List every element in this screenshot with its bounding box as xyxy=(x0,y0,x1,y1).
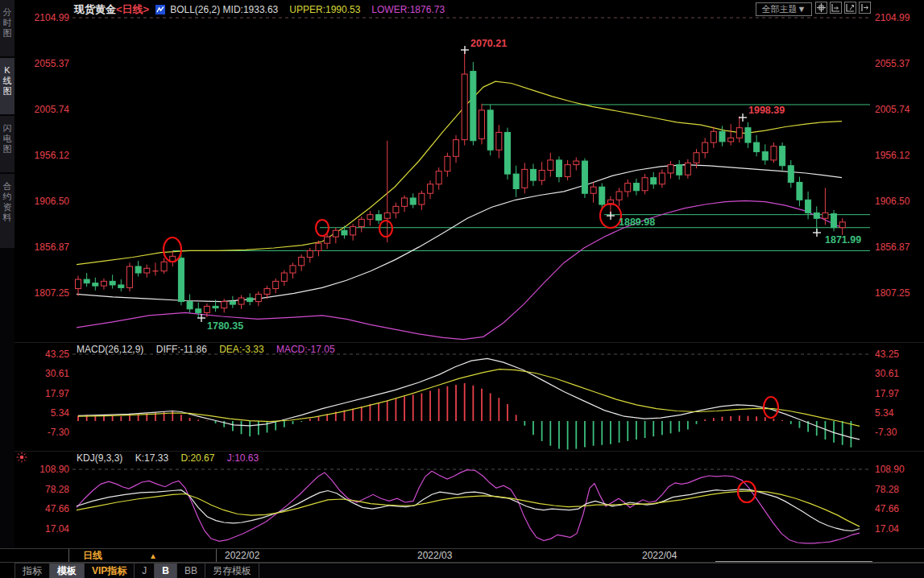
svg-text:-7.30: -7.30 xyxy=(875,427,897,438)
scroll-indicator[interactable] xyxy=(715,561,872,562)
zoom-x-axis-icon[interactable] xyxy=(830,2,842,14)
svg-text:108.90: 108.90 xyxy=(875,464,905,475)
chart-header: 现货黄金<日线> BOLL(26,2) MID:1933.63 UPPER:19… xyxy=(74,3,445,16)
svg-text:2055.37: 2055.37 xyxy=(875,58,910,69)
svg-text:2070.21: 2070.21 xyxy=(470,38,507,49)
chevron-down-icon: ▼ xyxy=(798,4,806,14)
sidebar-item-kline-chart[interactable]: K线图 xyxy=(0,58,15,114)
period-selector[interactable]: 日线▲ xyxy=(68,549,217,562)
svg-text:43.25: 43.25 xyxy=(875,349,899,360)
svg-text:2104.99: 2104.99 xyxy=(35,12,70,23)
sidebar-item-lightning-chart[interactable]: 闪电图 xyxy=(0,116,15,172)
svg-text:78.28: 78.28 xyxy=(875,484,899,495)
boll-indicator-label: BOLL(26,2) MID:1933.63 xyxy=(170,4,278,15)
svg-text:1956.12: 1956.12 xyxy=(35,150,70,161)
svg-text:1956.12: 1956.12 xyxy=(875,150,910,161)
macd-macd-value: MACD:-17.05 xyxy=(276,344,335,355)
svg-text:47.66: 47.66 xyxy=(875,503,899,514)
svg-text:43.25: 43.25 xyxy=(45,349,69,360)
svg-text:78.28: 78.28 xyxy=(45,484,69,495)
indicator-icon[interactable] xyxy=(155,5,165,14)
svg-text:47.66: 47.66 xyxy=(45,503,69,514)
triangle-up-icon: ▲ xyxy=(149,551,157,560)
svg-text:2055.37: 2055.37 xyxy=(35,58,70,69)
boll-lower-label: LOWER:1876.73 xyxy=(371,4,445,15)
svg-text:5.34: 5.34 xyxy=(51,407,70,419)
svg-text:17.04: 17.04 xyxy=(45,523,69,535)
sidebar-item-contract-info[interactable]: 合约资料 xyxy=(0,174,15,248)
svg-text:1906.50: 1906.50 xyxy=(875,196,910,207)
timeline-row: 日线▲ 2022/02 2022/03 2022/04 xyxy=(0,548,924,563)
x-axis-label: 2022/04 xyxy=(642,550,677,561)
zoom-y-axis-icon[interactable] xyxy=(844,2,856,14)
svg-text:1871.99: 1871.99 xyxy=(825,234,861,246)
svg-text:108.90: 108.90 xyxy=(39,464,69,475)
svg-text:5.34: 5.34 xyxy=(875,407,894,419)
period-tag: <日线> xyxy=(116,2,149,17)
macd-pane-header: MACD(26,12,9) DIFF:-11.86 DEA:-3.33 MACD… xyxy=(77,344,345,355)
kdj-k-value: K:17.33 xyxy=(135,452,168,464)
svg-text:17.97: 17.97 xyxy=(875,388,899,399)
pan-right-icon[interactable] xyxy=(859,2,871,14)
svg-text:30.61: 30.61 xyxy=(875,368,899,379)
x-axis-label: 2022/03 xyxy=(417,550,452,561)
tab-j[interactable]: J xyxy=(135,564,155,578)
svg-text:1780.35: 1780.35 xyxy=(207,320,243,332)
kdj-pane-header: KDJ(9,3,3) K:17.33 D:20.67 J:10.63 xyxy=(77,452,268,464)
svg-text:2005.74: 2005.74 xyxy=(875,104,910,115)
svg-text:30.61: 30.61 xyxy=(45,368,69,379)
svg-text:17.04: 17.04 xyxy=(875,523,899,535)
tab-indicators[interactable]: 指标 xyxy=(15,564,50,578)
tab-template[interactable]: 模板 xyxy=(50,564,85,578)
macd-params: MACD(26,12,9) xyxy=(77,344,143,355)
tab-b[interactable]: B xyxy=(155,564,177,578)
svg-text:1906.50: 1906.50 xyxy=(35,196,70,207)
svg-text:1856.87: 1856.87 xyxy=(35,242,70,253)
bottom-tab-bar: 指标 模板 VIP指标 J B BB 另存模板 xyxy=(15,563,924,578)
macd-diff-value: DIFF:-11.86 xyxy=(156,344,207,355)
svg-text:-7.30: -7.30 xyxy=(48,427,70,438)
kdj-j-value: J:10.63 xyxy=(227,452,259,464)
svg-text:1856.87: 1856.87 xyxy=(875,242,910,253)
svg-text:2104.99: 2104.99 xyxy=(875,12,910,23)
kdj-d-value: D:20.67 xyxy=(180,452,214,464)
x-axis-label: 2022/02 xyxy=(225,550,259,561)
macd-dea-value: DEA:-3.33 xyxy=(219,344,263,355)
tab-save-template[interactable]: 另存模板 xyxy=(205,564,259,578)
svg-text:1889.98: 1889.98 xyxy=(619,217,655,228)
crosshair-icon[interactable] xyxy=(815,2,827,14)
svg-text:2005.74: 2005.74 xyxy=(35,104,70,115)
chart-type-sidebar: 分时图 K线图 闪电图 合约资料 xyxy=(0,0,15,548)
sidebar-item-time-chart[interactable]: 分时图 xyxy=(0,0,15,56)
svg-text:1807.25: 1807.25 xyxy=(35,287,70,299)
svg-text:1998.39: 1998.39 xyxy=(748,105,785,116)
tab-bb[interactable]: BB xyxy=(177,564,205,578)
symbol-name: 现货黄金 xyxy=(74,2,116,17)
svg-text:1807.25: 1807.25 xyxy=(875,287,910,299)
boll-upper-label: UPPER:1990.53 xyxy=(289,4,360,15)
svg-text:17.97: 17.97 xyxy=(45,388,69,399)
chart-toolbar xyxy=(815,2,871,14)
kdj-params: KDJ(9,3,3) xyxy=(77,452,122,464)
tab-vip-indicators[interactable]: VIP指标 xyxy=(85,564,135,578)
chart-canvas[interactable]: 2104.992104.992055.372055.372005.742005.… xyxy=(0,0,924,548)
theme-dropdown[interactable]: 全部主题▼ xyxy=(756,2,812,16)
indicator-settings-icon[interactable] xyxy=(16,452,27,463)
